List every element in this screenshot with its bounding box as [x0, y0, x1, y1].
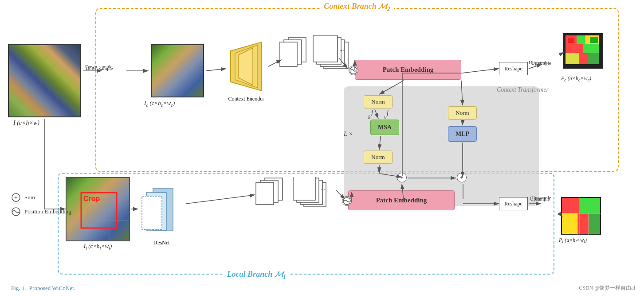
svg-rect-46: [589, 213, 600, 234]
reshape-box-bottom: Reshape: [499, 197, 528, 210]
svg-rect-10: [279, 42, 297, 66]
norm-box-3: Norm: [448, 106, 477, 120]
local-output-label: Pl (u×hl×wl): [559, 237, 587, 244]
svg-text:Crop: Crop: [83, 195, 100, 202]
patch-embedding-bottom: Patch Embedding: [348, 190, 455, 210]
downsample-label: Down-sample: [86, 66, 113, 71]
pos-embed-circle-top: [349, 66, 358, 75]
lx-label: L ×: [344, 131, 353, 138]
svg-rect-37: [579, 53, 588, 64]
context-encoder-label: Context Encoder: [226, 96, 266, 102]
main-image-label: I (c×h×w): [13, 120, 39, 127]
norm-box-1: Norm: [364, 95, 393, 108]
svg-rect-16: [293, 177, 315, 200]
upsample-label-bottom: Upsample: [531, 195, 551, 200]
upsample-label-top: Upsample: [531, 60, 551, 66]
svg-rect-43: [580, 198, 600, 213]
main-container: Context Branch 𝓜2 Local Branch 𝓜1 Contex…: [0, 0, 644, 298]
context-output-map: [563, 33, 608, 75]
context-branch-label: Context Branch 𝓜2: [320, 2, 394, 13]
svg-text:+: +: [14, 194, 18, 201]
norm-box-2: Norm: [364, 151, 393, 164]
pos-embed-legend: Position Embedding: [11, 207, 71, 217]
resnet: ResNet: [140, 184, 184, 246]
plus-circle-1: +: [397, 173, 407, 182]
context-transformer-label: Context Transformer: [497, 86, 549, 93]
svg-rect-45: [577, 213, 589, 234]
context-feature-maps: ...: [279, 35, 359, 93]
svg-text:...: ...: [321, 184, 326, 191]
local-output-map: [561, 197, 605, 241]
svg-rect-29: [142, 196, 162, 229]
plus-circle-2: +: [457, 173, 467, 182]
fig-prefix: Fig. 1.: [11, 285, 26, 291]
sum-legend: + Sum: [11, 193, 71, 202]
reshape-box-top: Reshape: [499, 62, 528, 75]
context-image-label: Ic (c×hc×wc): [144, 100, 175, 108]
context-output-label: Pc (u×hc×wc): [561, 75, 591, 82]
mlp-box: MLP: [448, 126, 477, 142]
local-branch-label: Local Branch 𝓜1: [224, 270, 290, 281]
msa-box: MSA: [370, 120, 399, 135]
q-label: q: [378, 167, 381, 174]
fig-text: Proposed WiCoNet.: [28, 285, 75, 291]
svg-rect-39: [568, 38, 574, 43]
svg-rect-6: [313, 35, 338, 62]
svg-text:...: ...: [339, 46, 344, 52]
local-image: Crop: [66, 177, 130, 241]
svg-rect-35: [583, 44, 599, 53]
svg-rect-38: [588, 53, 599, 64]
v-label: v: [384, 114, 386, 121]
local-feature-maps: ...: [255, 177, 344, 226]
svg-rect-42: [562, 198, 580, 213]
context-encoder: Context Encoder: [226, 40, 266, 102]
legend-area: + Sum Position Embedding: [11, 193, 71, 221]
svg-rect-36: [565, 53, 579, 64]
main-image: [8, 44, 81, 117]
svg-rect-32: [577, 35, 585, 44]
resnet-label: ResNet: [140, 240, 184, 246]
patch-embedding-top: Patch Embedding: [355, 60, 461, 80]
fig-caption: Fig. 1. Proposed WiCoNet.: [11, 284, 75, 292]
watermark: CSDN @像梦一样自由al: [579, 284, 635, 292]
context-image: [151, 44, 204, 97]
svg-rect-44: [562, 213, 577, 234]
local-image-label: Il (c×hl×wl): [66, 243, 130, 251]
svg-rect-20: [256, 182, 274, 205]
svg-rect-40: [590, 37, 598, 43]
svg-rect-34: [565, 44, 583, 53]
k-label: k: [368, 114, 370, 121]
